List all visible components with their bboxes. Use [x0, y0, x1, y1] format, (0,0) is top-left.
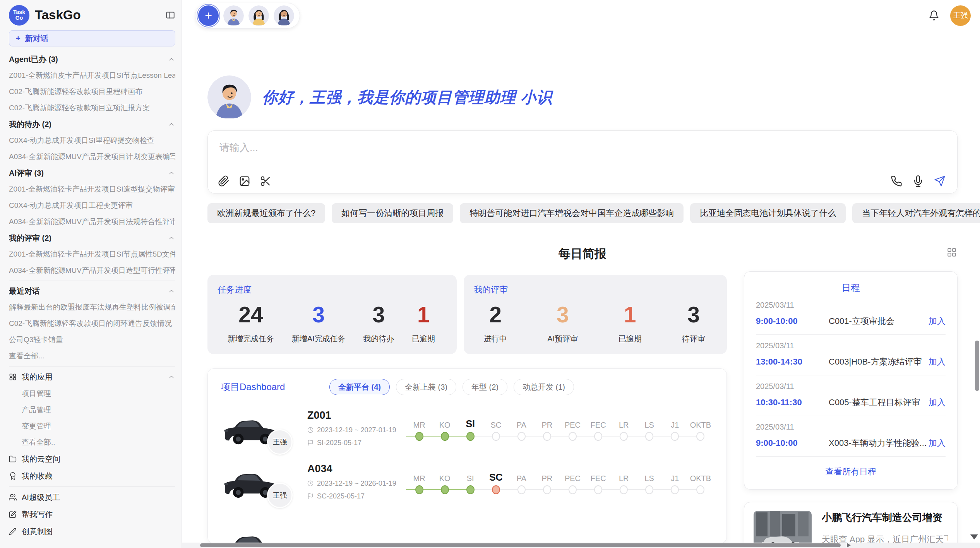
milestone-dot — [594, 485, 602, 494]
chat-input[interactable] — [219, 140, 655, 154]
app-item[interactable]: 变更管理 — [9, 418, 175, 434]
sidebar-link-cloud[interactable]: 我的云空间 — [9, 450, 175, 468]
suggestion-chip[interactable]: 比亚迪全固态电池计划具体说了什么 — [690, 203, 846, 223]
project-row-partial[interactable] — [221, 524, 713, 543]
new-chat-button[interactable]: + 新对话 — [9, 30, 175, 46]
view-all-schedule-link[interactable]: 查看所有日程 — [756, 466, 946, 478]
sidebar-item[interactable]: Z001-全新燃油皮卡产品开发项目SI节点Lesson Learn报告 — [9, 67, 175, 84]
flag-icon — [307, 440, 314, 446]
sidebar-section-header-0[interactable]: Agent已办 (3) — [9, 51, 175, 67]
member-avatar-2[interactable] — [248, 5, 269, 26]
avatar-illustration — [248, 5, 269, 26]
scissors-icon[interactable] — [260, 175, 271, 187]
greeting-row: 你好，王强，我是你的项目管理助理 小识 — [207, 75, 958, 119]
member-avatar-1[interactable] — [223, 5, 244, 26]
suggestion-chip[interactable]: 当下年轻人对汽车外观有怎样的喜好趋势 — [852, 203, 980, 223]
sidebar-item[interactable]: C0X4-动力总成开发项目SI里程碑提交物检查 — [9, 132, 175, 149]
scroll-down-arrow[interactable] — [970, 534, 978, 539]
mic-icon[interactable] — [912, 175, 924, 187]
app-window: Task Go TaskGo + 新对话 Agent已办 (3)Z001-全新燃… — [0, 0, 980, 548]
stat: 3 AI预评审 — [547, 302, 578, 344]
sidebar-section-header-1[interactable]: 我的待办 (2) — [9, 116, 175, 132]
sidebar-item[interactable]: C02-飞腾新能源轻客改款项目里程碑画布 — [9, 84, 175, 100]
dashboard-filter-pill[interactable]: 全新上装 (3) — [396, 379, 456, 395]
scroll-right-arrow[interactable] — [847, 543, 851, 548]
join-button[interactable]: 加入 — [929, 315, 946, 327]
suggestion-chip[interactable]: 如何写一份清晰的项目周报 — [332, 203, 453, 223]
sidebar-section-header-3[interactable]: 我的评审 (2) — [9, 230, 175, 246]
paperclip-icon[interactable] — [218, 175, 230, 187]
stats-row: 任务进度 24 新增完成任务 3 新增AI完成任务 3 我的待办 1 已逾期 我… — [207, 275, 727, 354]
news-card[interactable]: 小鹏飞行汽车制造公司增资 天眼查 App 显示，近日广州汇天飞行汽... — [744, 502, 958, 548]
app-item[interactable]: 产品管理 — [9, 402, 175, 418]
schedule-event: 2025/03/11 10:30-11:30 C005-整车工程目标评审 加入 — [756, 375, 946, 416]
view-all-apps-link[interactable]: 查看全部.. — [9, 434, 175, 450]
avatar-illustration — [223, 5, 244, 26]
app-item[interactable]: 项目管理 — [9, 385, 175, 402]
project-row[interactable]: 王强 Z001 2023-12-19 ~ 2027-01-19 SI-2025-… — [221, 408, 713, 449]
stat-card-title: 任务进度 — [218, 284, 445, 296]
horizontal-scrollbar-thumb[interactable] — [200, 543, 841, 547]
horizontal-scrollbar-track[interactable] — [182, 543, 980, 548]
sidebar-item[interactable]: C02-飞腾新能源轻客改款项目立项汇报方案 — [9, 100, 175, 116]
sidebar-item[interactable]: A034-全新新能源MUV产品开发项目计划变更表编写 — [9, 149, 175, 165]
milestone-dot — [415, 432, 423, 441]
conversation-avatars-pill: + — [195, 3, 300, 29]
sidebar-link-favorites[interactable]: 我的收藏 — [9, 468, 175, 485]
event-name: X003-车辆动力学性能验... — [829, 437, 929, 449]
recent-chat-item[interactable]: C02-飞腾新能源轻客改款项目的闭环通告反馈情况 — [9, 315, 175, 332]
bell-icon[interactable] — [929, 10, 939, 21]
sidebar-tool-0[interactable]: AI超级员工 — [9, 489, 175, 506]
sidebar-item[interactable]: Z001-全新燃油轻卡产品开发项目SI造型提交物评审 — [9, 181, 175, 197]
stat-value: 3 — [363, 302, 394, 327]
image-icon[interactable] — [239, 175, 250, 187]
add-conversation-button[interactable]: + — [198, 5, 219, 26]
right-column: 日程 2025/03/11 9:00-10:00 C001-立项审批会 加入 2… — [744, 271, 958, 548]
recent-chat-item[interactable]: 解释最新出台的欧盟报废车法规再生塑料比例被调至15%... — [9, 299, 175, 315]
project-name: A034 — [307, 463, 404, 475]
left-column: 任务进度 24 新增完成任务 3 新增AI完成任务 3 我的待办 1 已逾期 我… — [207, 275, 727, 543]
milestone-dot — [696, 485, 704, 494]
join-button[interactable]: 加入 — [929, 397, 946, 408]
sidebar-tool-1[interactable]: 帮我写作 — [9, 506, 175, 523]
grid-layout-icon[interactable] — [947, 247, 957, 257]
sidebar-section-header-2[interactable]: AI评审 (3) — [9, 165, 175, 181]
news-image — [754, 511, 812, 546]
event-time: 9:00-10:00 — [756, 316, 829, 326]
milestone-timeline: MR KO SI SC PA PR PEC FEC LR LS — [406, 416, 713, 441]
sidebar-my-apps[interactable]: 我的应用 — [9, 368, 175, 385]
sidebar-tool-2[interactable]: 创意制图 — [9, 523, 175, 540]
milestone-dot — [645, 432, 653, 441]
member-avatar-3[interactable] — [274, 5, 294, 26]
suggestion-chip[interactable]: 欧洲新规最近颁布了什么? — [207, 203, 325, 223]
recent-chat-item[interactable]: 公司Q3轻卡销量 — [9, 332, 175, 348]
dashboard-filter-pill[interactable]: 动总开发 (1) — [514, 379, 574, 395]
vertical-scrollbar-thumb[interactable] — [975, 341, 979, 391]
new-chat-label: 新对话 — [25, 33, 48, 44]
user-avatar[interactable]: 王强 — [950, 5, 971, 26]
greeting-text: 你好，王强，我是你的项目管理助理 小识 — [262, 87, 552, 108]
sidebar-item[interactable]: Z001-全新燃油轻卡产品开发项目SI节点属性5D文件评审 — [9, 246, 175, 262]
project-visual: 王强 — [221, 408, 285, 449]
sidebar-section-recent[interactable]: 最近对话 — [9, 283, 175, 299]
project-row[interactable]: 王强 A034 2023-12-19 ~ 2026-01-19 SC-2025-… — [221, 461, 713, 502]
topbar: + 王强 — [182, 0, 980, 31]
view-all-chats-link[interactable]: 查看全部... — [9, 348, 175, 364]
panel-collapse-icon[interactable] — [165, 10, 175, 20]
send-icon[interactable] — [934, 175, 946, 187]
sidebar-item[interactable]: A034-全新新能源MUV产品开发项目法规符合性评审 — [9, 214, 175, 230]
dashboard-filter-pill[interactable]: 年型 (2) — [463, 379, 507, 395]
folder-icon — [9, 455, 17, 463]
suggestion-chip[interactable]: 特朗普可能对进口汽车增税会对中国车企造成哪些影响 — [460, 203, 684, 223]
schedule-event: 2025/03/11 9:00-10:00 X003-车辆动力学性能验... 加… — [756, 416, 946, 456]
join-button[interactable]: 加入 — [929, 356, 946, 368]
event-time: 13:00-14:30 — [756, 357, 829, 367]
schedule-title: 日程 — [756, 282, 946, 294]
stat-label: AI预评审 — [547, 334, 578, 344]
sidebar-item[interactable]: C0X4-动力总成开发项目工程变更评审 — [9, 197, 175, 214]
phone-icon[interactable] — [891, 175, 902, 187]
milestone-dot — [620, 432, 628, 441]
dashboard-filter-pill[interactable]: 全新平台 (4) — [329, 379, 390, 395]
sidebar-item[interactable]: A034-全新新能源MUV产品开发项目造型可行性评审 — [9, 262, 175, 279]
join-button[interactable]: 加入 — [929, 437, 946, 449]
